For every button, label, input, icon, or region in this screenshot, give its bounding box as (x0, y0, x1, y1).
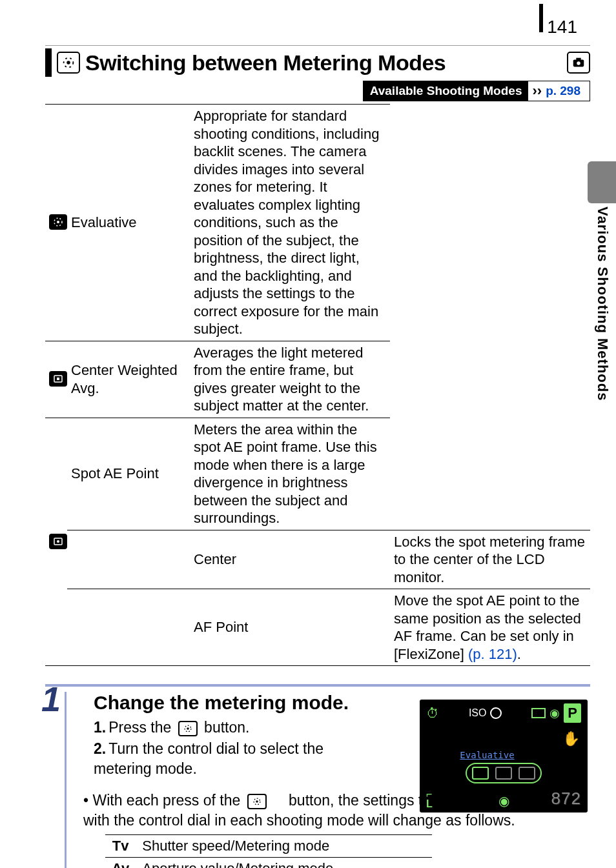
mode-desc: Aperture value/Metering mode (136, 858, 432, 868)
mode-desc: Meters the area within the spot AE point… (190, 418, 390, 530)
svg-point-10 (57, 540, 59, 543)
metering-icon (57, 52, 80, 74)
shots-remaining: 872 (551, 789, 581, 809)
svg-point-5 (57, 221, 59, 223)
mode-desc: Move the spot AE point to the same posit… (390, 589, 590, 666)
page-number: 141 (547, 4, 577, 37)
table-row: AF Point Move the spot AE point to the s… (45, 589, 590, 666)
camera-icon (567, 52, 590, 74)
mode-name: Spot AE Point (67, 418, 190, 530)
mode-desc: Appropriate for standard shooting condit… (190, 105, 390, 341)
timer-icon: ⏱ (426, 706, 439, 721)
mode-name: Center Weighted Avg. (67, 341, 190, 418)
mode-name: Evaluative (67, 105, 190, 341)
center-weighted-option-icon (495, 767, 512, 780)
quality-icon: ◉ (549, 706, 560, 720)
table-row: Evaluative Appropriate for standard shoo… (45, 105, 590, 341)
drive-icon (531, 708, 546, 718)
spot-option-icon (518, 767, 535, 780)
table-row: Spot AE Point Meters the area within the… (45, 418, 590, 530)
metering-modes-table: Evaluative Appropriate for standard shoo… (45, 104, 590, 666)
step-number: 1 (41, 679, 61, 719)
svg-point-4 (577, 61, 580, 65)
svg-rect-3 (576, 58, 580, 61)
table-row: Av Aperture value/Metering mode (105, 858, 432, 868)
chevrons-right-icon: ›› (528, 83, 546, 99)
mode-badge: P (564, 703, 581, 723)
section-label: Various Shooting Methods (594, 207, 611, 401)
evaluative-option-icon (472, 767, 489, 780)
available-modes-page-link[interactable]: p. 298 (546, 84, 590, 98)
mode-desc: Shutter speed/Metering mode (136, 835, 432, 858)
iso-label: ISO (469, 707, 487, 719)
metering-button-icon (247, 794, 267, 809)
metering-button-icon (178, 721, 198, 736)
image-size-label: ⌐L (426, 790, 433, 809)
table-row: Center Locks the spot metering frame to … (45, 530, 590, 589)
mode-label: Tv (105, 835, 136, 858)
mode-name: Center (190, 530, 390, 589)
mode-name: AF Point (190, 589, 390, 666)
flexizone-page-link[interactable]: (p. 121) (468, 646, 517, 662)
svg-point-13 (256, 800, 258, 803)
sub-step-2: 2.Turn the control dial to select the me… (94, 739, 378, 779)
section-tab (588, 161, 616, 203)
is-icon: ✋ (562, 731, 580, 747)
title-accent-bar (45, 48, 52, 77)
svg-point-0 (67, 61, 70, 65)
evaluative-icon (49, 214, 67, 230)
metering-selector-pill (466, 763, 542, 783)
awb-icon (490, 707, 502, 719)
spot-icon (49, 534, 67, 549)
svg-rect-8 (57, 378, 59, 380)
mode-desc: Averages the light metered from the enti… (190, 341, 390, 418)
table-row: Tv Shutter speed/Metering mode (105, 835, 432, 858)
available-modes-box: Available Shooting Modes ›› p. 298 (363, 81, 590, 101)
metering-mode-label: Evaluative (420, 750, 588, 760)
mode-desc: Locks the spot metering frame to the cen… (390, 530, 590, 589)
available-modes-label: Available Shooting Modes (364, 81, 529, 101)
center-weighted-icon (49, 371, 67, 387)
step-1-block: 1 ⏱ ISO ◉ P ✋ Evaluative (45, 684, 590, 868)
svg-point-11 (187, 727, 189, 730)
table-row: Center Weighted Avg. Averages the light … (45, 341, 590, 418)
page-title: Switching between Metering Modes (85, 50, 562, 76)
mode-label: Av (105, 858, 136, 868)
lcd-screenshot: ⏱ ISO ◉ P ✋ Evaluative (420, 700, 588, 812)
section-title-row: Switching between Metering Modes (45, 45, 590, 77)
shooting-mode-reference-table: Tv Shutter speed/Metering mode Av Apertu… (105, 834, 432, 868)
